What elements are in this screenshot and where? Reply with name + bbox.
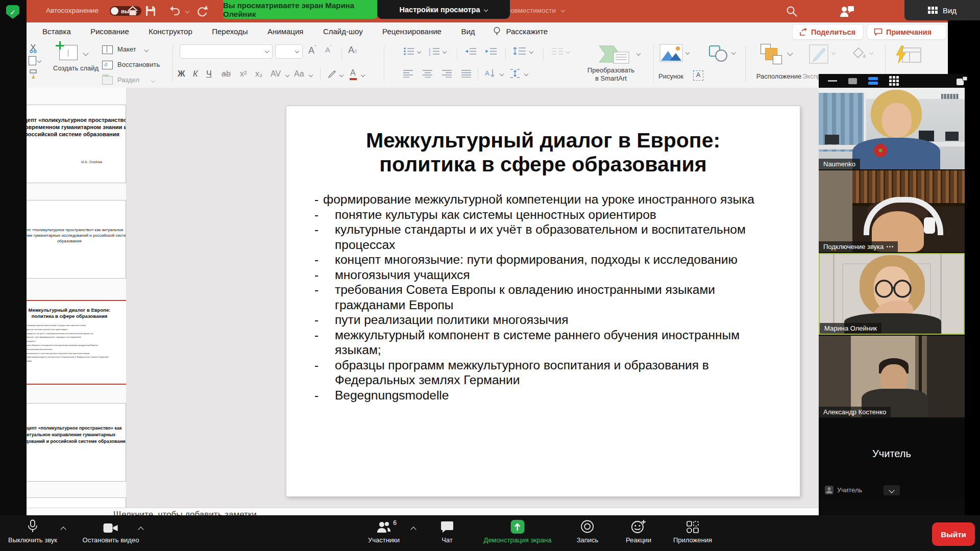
align-text-icon[interactable]	[509, 68, 521, 79]
cut-icon[interactable]	[29, 44, 38, 53]
justify-icon[interactable]	[461, 69, 472, 78]
stop-video-button[interactable]: Остановить видео	[83, 519, 139, 544]
underline-button[interactable]: Ч	[206, 69, 212, 79]
bullet-list-icon[interactable]	[403, 47, 414, 56]
align-right-icon[interactable]	[442, 69, 452, 78]
video-tile-marina-oleynik[interactable]: Марина Олейник	[819, 253, 965, 335]
tab-rasskazhite[interactable]: Расскажите	[503, 22, 556, 40]
char-spacing-chevron[interactable]	[285, 73, 289, 77]
thumbnail-slide-2[interactable]: Концепт «поликультурное пространство» ка…	[27, 200, 126, 279]
align-center-icon[interactable]	[423, 69, 433, 78]
align-text-chevron[interactable]	[524, 72, 528, 76]
share-screen-button[interactable]: Демонстрация экрана	[484, 519, 552, 544]
char-spacing-button[interactable]: AV	[271, 69, 281, 79]
shapes-chevron[interactable]	[731, 51, 736, 55]
thumbnail-slide-4[interactable]: Концепт «поликультурное пространство» ка…	[27, 403, 126, 482]
bullet-list-chevron[interactable]	[417, 49, 421, 54]
tab-animatsiya[interactable]: Анимация	[259, 22, 312, 40]
participants-chevron[interactable]	[410, 527, 416, 532]
bold-button[interactable]: Ж	[178, 69, 185, 79]
font-color-button[interactable]: A	[350, 68, 356, 78]
line-spacing-chevron[interactable]	[529, 49, 533, 54]
speaker-view-icon[interactable]	[848, 78, 857, 84]
paste-chevron[interactable]	[37, 59, 41, 63]
tab-vid[interactable]: Вид	[452, 22, 483, 40]
gallery-view-icon[interactable]	[889, 76, 899, 86]
columns-icon[interactable]	[551, 47, 564, 56]
quick-styles-icon[interactable]	[808, 44, 829, 64]
smartart-label[interactable]: Преобразоватьв SmartArt	[578, 66, 644, 83]
shrink-font-button[interactable]: Aˇ	[325, 45, 332, 54]
save-icon[interactable]	[145, 5, 156, 17]
view-settings-dropdown[interactable]: Настройки просмотра	[377, 0, 510, 19]
shape-fill-chevron[interactable]	[869, 51, 873, 55]
popout-panel-icon[interactable]	[957, 77, 968, 86]
line-spacing-icon[interactable]	[513, 46, 526, 56]
strikethrough-button[interactable]: ab	[222, 69, 231, 79]
columns-chevron[interactable]	[566, 49, 570, 54]
paste-icon[interactable]	[29, 56, 36, 65]
clear-format-button[interactable]: A◊	[348, 45, 357, 56]
home-icon[interactable]	[127, 5, 139, 17]
shape-fill-icon[interactable]	[852, 47, 867, 60]
view-button[interactable]: Вид	[904, 0, 980, 20]
arrange-icon[interactable]	[761, 44, 783, 64]
reactions-button[interactable]: Реакции	[626, 519, 651, 544]
numbered-list-icon[interactable]: 123	[429, 47, 440, 56]
tab-retsenzirovanie[interactable]: Рецензирование	[374, 22, 450, 40]
increase-indent-icon[interactable]	[485, 47, 497, 56]
text-direction-icon[interactable]: A	[485, 68, 496, 79]
participants-button[interactable]: 6 Участники	[368, 519, 400, 544]
subscript-button[interactable]: x₂	[255, 69, 262, 79]
reset-button[interactable]: Восстановить	[117, 61, 160, 68]
decrease-indent-icon[interactable]	[464, 47, 477, 56]
picture-icon[interactable]	[659, 44, 683, 62]
text-box-icon[interactable]: A	[693, 70, 703, 81]
apps-button[interactable]: Приложения	[673, 519, 712, 544]
video-tile-naumenko[interactable]: Naumenko	[819, 88, 965, 169]
tab-perekhody[interactable]: Переходы	[203, 22, 256, 40]
picture-chevron[interactable]	[685, 51, 690, 55]
smartart-icon[interactable]	[598, 45, 631, 65]
tab-slideshow[interactable]: Слайд-шоу	[314, 22, 372, 40]
audio-options-chevron[interactable]	[60, 527, 66, 532]
section-chevron[interactable]	[151, 79, 155, 83]
change-case-chevron[interactable]	[309, 73, 313, 77]
presence-share-icon[interactable]	[839, 5, 854, 18]
tab-vstavka[interactable]: Вставка	[34, 22, 80, 40]
layout-chevron[interactable]	[144, 48, 149, 52]
undo-dropdown-chevron[interactable]	[185, 9, 189, 13]
thumbnail-slide-3-selected[interactable]: Межкультурный диалог в Европе: политика …	[27, 300, 127, 385]
leave-button[interactable]: Выйти	[932, 522, 975, 546]
highlight-chevron[interactable]	[339, 73, 344, 77]
new-slide-label[interactable]: Создать слайд	[53, 64, 92, 72]
design-ideas-icon[interactable]	[894, 45, 922, 65]
tab-konstruktor[interactable]: Конструктор	[140, 22, 201, 40]
share-button[interactable]: Поделиться	[792, 24, 864, 40]
highlight-pen-icon[interactable]	[328, 69, 337, 79]
mute-button[interactable]: Выключить звук	[8, 519, 57, 544]
arrange-chevron[interactable]	[787, 50, 793, 56]
font-name-combo[interactable]	[180, 44, 273, 59]
font-name-chevron[interactable]	[265, 49, 269, 53]
thumbnail-slide-5[interactable]	[27, 497, 126, 508]
layout-button[interactable]: Макет	[117, 45, 136, 53]
smartart-chevron[interactable]	[636, 52, 641, 56]
chat-button[interactable]: Чат	[440, 519, 454, 544]
change-case-button[interactable]: Aa	[294, 69, 304, 79]
new-slide-chevron[interactable]	[83, 50, 88, 56]
align-left-icon[interactable]	[403, 69, 413, 78]
picture-label[interactable]: Рисунок	[658, 72, 683, 80]
record-button[interactable]: Запись	[577, 519, 599, 544]
slide-canvas[interactable]: Межкультурный диалог в Европе: политика …	[286, 106, 800, 496]
new-slide-icon[interactable]	[59, 45, 78, 60]
notes-pane[interactable]: Щелкните, чтобы добавить заметки	[27, 508, 948, 515]
font-color-chevron[interactable]	[361, 73, 365, 77]
strip-view-icon[interactable]	[868, 77, 878, 85]
video-tile-uchitel[interactable]: Учитель Учитель	[819, 418, 965, 498]
italic-button[interactable]: К	[193, 69, 198, 79]
superscript-button[interactable]: x²	[240, 69, 247, 79]
video-tile-aleksandr-kostenko[interactable]: Александр Костенко	[819, 336, 965, 417]
video-tile-audio-connecting[interactable]: Подключение звука	[819, 170, 965, 252]
section-button[interactable]: Раздел	[117, 76, 139, 84]
